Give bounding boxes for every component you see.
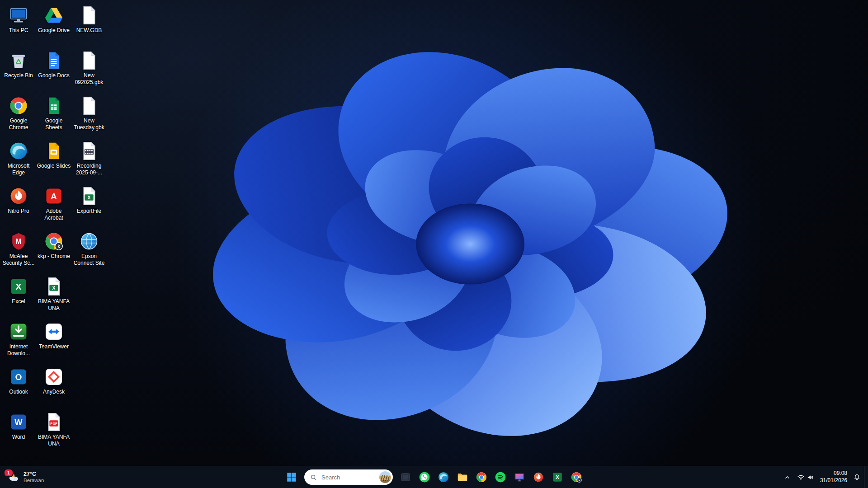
chrome-profile-icon xyxy=(571,471,582,483)
adobe-acrobat-icon xyxy=(44,186,64,206)
taskbar: 1 27°C Berawan xyxy=(0,466,868,488)
chrome-profile-button[interactable] xyxy=(567,468,585,486)
widget-notification-badge: 1 xyxy=(4,469,14,477)
desktop-icon-microsoft-edge[interactable]: Microsoft Edge xyxy=(1,139,36,184)
anydesk-icon xyxy=(44,367,64,387)
desktop-icon-kkp-chrome[interactable]: kkp - Chrome xyxy=(37,230,71,275)
icon-label: Excel xyxy=(12,298,25,305)
icon-label: Recycle Bin xyxy=(4,72,33,79)
network-volume-button[interactable] xyxy=(794,468,817,486)
desktop-icon-google-sheets[interactable]: Google Sheets xyxy=(37,94,71,139)
spotify-button[interactable] xyxy=(491,468,509,486)
icon-label: Outlook xyxy=(9,389,28,395)
google-drive-icon xyxy=(44,5,64,25)
volume-icon xyxy=(807,474,814,481)
icon-label: kkp - Chrome xyxy=(38,253,70,260)
file-icon xyxy=(79,5,99,25)
outlook-icon xyxy=(9,367,28,387)
desktop-icon-new-gdb[interactable]: NEW.GDB xyxy=(72,4,106,49)
desktop-icon-anydesk[interactable]: AnyDesk xyxy=(37,365,71,410)
show-desktop-button[interactable] xyxy=(864,466,867,488)
display-app-button[interactable] xyxy=(510,468,528,486)
icon-label: BIMA YANFA UNA xyxy=(37,434,71,447)
file-explorer-button[interactable] xyxy=(453,468,472,486)
epson-icon xyxy=(79,231,99,251)
icon-label: Google Docs xyxy=(38,72,69,79)
whatsapp-icon xyxy=(419,471,430,483)
icon-label: McAfee Security Sc... xyxy=(1,253,36,267)
icon-label: Internet Downlo... xyxy=(1,343,36,357)
bell-icon xyxy=(853,474,861,481)
tray-overflow-button[interactable] xyxy=(781,468,794,486)
chrome-profile-icon xyxy=(44,231,64,251)
desktop-icon-new-092025-gbk[interactable]: New 092025.gbk xyxy=(72,49,106,94)
notification-button[interactable] xyxy=(850,468,863,486)
chrome-button[interactable] xyxy=(472,468,491,486)
desktop-icon-teamviewer[interactable]: TeamViewer xyxy=(37,320,71,365)
recycle-bin-icon xyxy=(9,51,28,70)
desktop-icon-outlook[interactable]: Outlook xyxy=(1,365,36,410)
desktop-icon-this-pc[interactable]: This PC xyxy=(1,4,36,49)
search-input[interactable] xyxy=(321,474,376,481)
desktop-icon-nitro-pro[interactable]: Nitro Pro xyxy=(1,184,36,230)
desktop-icon-bima-yanfa-una-xls[interactable]: BIMA YANFA UNA xyxy=(37,275,71,320)
chrome-icon xyxy=(476,471,487,483)
desktop-icon-adobe-acrobat[interactable]: Adobe Acrobat xyxy=(37,184,71,230)
teamviewer-icon xyxy=(44,322,64,342)
nitro-button[interactable] xyxy=(529,468,547,486)
this-pc-icon xyxy=(9,5,28,25)
desktop[interactable]: This PC Google Drive NEW.GDB Recycle Bin… xyxy=(0,0,868,488)
icon-label: Nitro Pro xyxy=(8,208,29,215)
start-button[interactable] xyxy=(283,468,301,486)
google-sheets-icon xyxy=(44,96,64,116)
taskbar-center xyxy=(283,466,585,488)
excel-button[interactable] xyxy=(548,468,566,486)
weather-condition: Berawan xyxy=(24,478,44,484)
system-tray: 09:08 31/01/2026 xyxy=(781,466,867,488)
icon-label: Microsoft Edge xyxy=(1,163,36,176)
desktop-icon-word[interactable]: Word xyxy=(1,410,36,455)
desktop-icon-excel[interactable]: Excel xyxy=(1,275,36,320)
search-box[interactable] xyxy=(304,469,393,485)
wallpaper-bloom-image xyxy=(0,0,868,488)
desktop-icon-google-docs[interactable]: Google Docs xyxy=(37,49,71,94)
folder-icon xyxy=(457,471,468,483)
task-view-button[interactable] xyxy=(396,468,415,486)
desktop-icon-mcafee[interactable]: McAfee Security Sc... xyxy=(1,230,36,275)
icon-label: ExportFile xyxy=(77,208,101,215)
desktop-icon-new-tuesday-gbk[interactable]: New Tuesday.gbk xyxy=(72,94,106,139)
icon-label: Google Slides xyxy=(37,163,71,169)
spotify-icon xyxy=(495,471,506,483)
desktop-icon-google-slides[interactable]: Google Slides xyxy=(37,139,71,184)
icon-label: This PC xyxy=(9,27,28,34)
task-view-icon xyxy=(400,471,411,483)
icon-label: Google Sheets xyxy=(37,117,71,131)
tray-date: 31/01/2026 xyxy=(820,477,847,484)
whatsapp-button[interactable] xyxy=(415,468,434,486)
mcafee-icon xyxy=(9,231,28,251)
desktop-icon-bima-yanfa-una-pdf[interactable]: BIMA YANFA UNA xyxy=(37,410,71,455)
clock-button[interactable]: 09:08 31/01/2026 xyxy=(817,470,850,484)
desktop-icon-recycle-bin[interactable]: Recycle Bin xyxy=(1,49,36,94)
chrome-icon xyxy=(9,96,28,116)
excel-icon xyxy=(9,277,28,296)
edge-icon xyxy=(438,471,449,483)
icon-label: Epson Connect Site xyxy=(72,253,106,267)
file-icon xyxy=(79,51,99,70)
weather-widget[interactable]: 1 27°C Berawan xyxy=(2,468,48,486)
desktop-icon-google-chrome[interactable]: Google Chrome xyxy=(1,94,36,139)
desktop-icon-internet-download-manager[interactable]: Internet Downlo... xyxy=(1,320,36,365)
desktop-icon-google-drive[interactable]: Google Drive xyxy=(37,4,71,49)
desktop-icon-exportfile[interactable]: ExportFile xyxy=(72,184,106,230)
weather-temperature: 27°C xyxy=(24,471,44,478)
edge-icon xyxy=(9,141,28,161)
pdf-file-icon xyxy=(44,412,64,432)
search-daily-image[interactable] xyxy=(379,471,391,483)
icon-label: TeamViewer xyxy=(39,343,69,350)
icon-label: BIMA YANFA UNA xyxy=(37,298,71,312)
desktop-icon-epson-connect[interactable]: Epson Connect Site xyxy=(72,230,106,275)
icon-label: Adobe Acrobat xyxy=(37,208,71,221)
desktop-icon-recording[interactable]: Recording 2025-09-... xyxy=(72,139,106,184)
edge-button[interactable] xyxy=(434,468,453,486)
excel-file-icon xyxy=(44,277,64,296)
